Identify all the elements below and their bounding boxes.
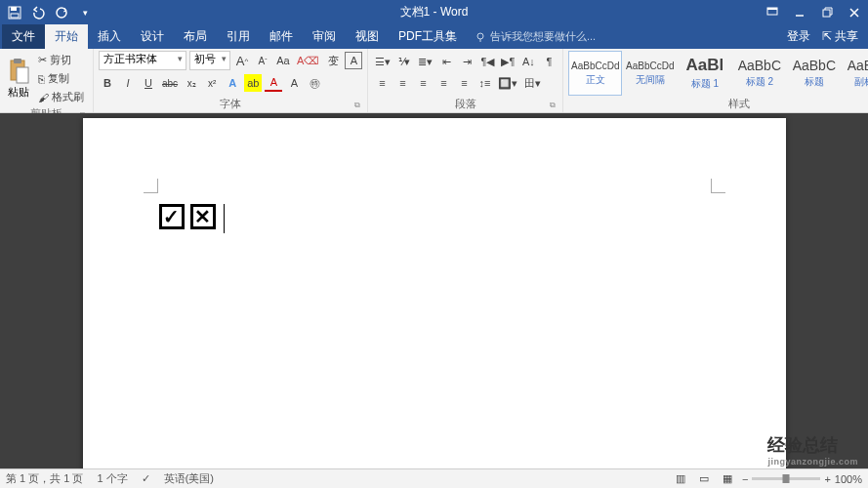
spell-check-status[interactable]: ✓ xyxy=(142,472,150,485)
styles-gallery[interactable]: AaBbCcDd正文 AaBbCcDd无间隔 AaBl标题 1 AaBbC标题 … xyxy=(568,51,868,97)
redo-button[interactable] xyxy=(51,2,72,23)
tab-layout[interactable]: 布局 xyxy=(174,24,217,49)
paragraph-label: 段落⧉ xyxy=(373,97,558,112)
style-title[interactable]: AaBbC标题 xyxy=(787,51,841,96)
decrease-indent-button[interactable]: ⇤ xyxy=(437,53,455,70)
web-layout-button[interactable]: ▦ xyxy=(719,470,736,488)
document-page[interactable]: ✓ ✕ xyxy=(83,118,786,468)
word-count[interactable]: 1 个字 xyxy=(97,471,127,486)
undo-button[interactable] xyxy=(27,2,49,23)
restore-button[interactable] xyxy=(813,0,841,24)
font-color-button[interactable]: A xyxy=(265,74,282,92)
multilevel-button[interactable]: ≣▾ xyxy=(416,53,434,70)
save-button[interactable] xyxy=(4,2,25,23)
increase-indent-button[interactable]: ⇥ xyxy=(458,53,475,70)
align-center-button[interactable]: ≡ xyxy=(393,74,411,92)
show-marks-button[interactable]: ¶ xyxy=(540,53,558,70)
tab-file[interactable]: 文件 xyxy=(2,24,45,49)
zoom-slider[interactable] xyxy=(752,477,820,480)
strike-button[interactable]: abc xyxy=(160,74,180,92)
italic-button[interactable]: I xyxy=(119,74,137,92)
highlight-button[interactable]: ab xyxy=(244,74,262,92)
style-subtitle[interactable]: AaBbC副标题 xyxy=(842,51,868,96)
font-size-select[interactable]: 初号 xyxy=(189,51,230,70)
paste-label: 粘贴 xyxy=(8,85,29,100)
font-name-select[interactable]: 方正书宋体 xyxy=(99,51,186,70)
zoom-out-button[interactable]: − xyxy=(742,473,748,485)
style-nospacing[interactable]: AaBbCcDd无间隔 xyxy=(623,51,677,96)
align-left-button[interactable]: ≡ xyxy=(373,74,391,92)
text-effects-button[interactable]: A xyxy=(224,74,241,92)
style-heading1[interactable]: AaBl标题 1 xyxy=(678,51,731,96)
char-border-button[interactable]: A xyxy=(345,52,362,69)
format-painter-button[interactable]: 🖌格式刷 xyxy=(34,88,88,106)
lightbulb-icon xyxy=(475,31,486,43)
language-status[interactable]: 英语(美国) xyxy=(164,471,214,486)
ribbon: 粘贴 ✂剪切 ⎘复制 🖌格式刷 剪贴板⧉ 方正书宋体 初号 A^ Aˇ Aa A… xyxy=(0,49,868,113)
zoom-value[interactable]: 100% xyxy=(835,473,862,485)
quick-access-toolbar: ▾ xyxy=(0,2,100,23)
shading-button[interactable]: 🔲▾ xyxy=(496,74,519,92)
paragraph-launcher[interactable]: ⧉ xyxy=(550,101,556,110)
phonetic-guide-button[interactable]: 变 xyxy=(324,52,342,69)
align-justify-button[interactable]: ≡ xyxy=(434,74,452,92)
font-launcher[interactable]: ⧉ xyxy=(354,101,360,110)
shrink-font-button[interactable]: Aˇ xyxy=(254,52,271,69)
style-normal[interactable]: AaBbCcDd正文 xyxy=(568,51,622,96)
svg-point-8 xyxy=(477,33,483,39)
signin-link[interactable]: 登录 xyxy=(787,28,810,45)
scissors-icon: ✂ xyxy=(38,54,47,66)
brush-icon: 🖌 xyxy=(38,92,49,103)
read-mode-button[interactable]: ▥ xyxy=(672,470,689,488)
document-content[interactable]: ✓ ✕ xyxy=(159,204,225,233)
align-distribute-button[interactable]: ≡ xyxy=(455,74,473,92)
borders-button[interactable]: 田▾ xyxy=(522,74,543,92)
grow-font-button[interactable]: A^ xyxy=(233,52,251,69)
tab-view[interactable]: 视图 xyxy=(346,24,389,49)
tab-review[interactable]: 审阅 xyxy=(303,24,346,49)
change-case-button[interactable]: Aa xyxy=(274,52,292,69)
sort-button[interactable]: A↓ xyxy=(519,53,537,70)
cut-button[interactable]: ✂剪切 xyxy=(34,51,88,69)
tab-insert[interactable]: 插入 xyxy=(88,24,131,49)
styles-label: 样式⧉ xyxy=(568,97,868,112)
underline-button[interactable]: U xyxy=(140,74,157,92)
ribbon-options-button[interactable] xyxy=(759,0,786,24)
tab-references[interactable]: 引用 xyxy=(217,24,260,49)
paste-button[interactable]: 粘贴 xyxy=(5,51,32,106)
account-area: 登录 ⇱共享 xyxy=(777,24,868,49)
zoom-in-button[interactable]: + xyxy=(824,473,830,485)
share-button[interactable]: ⇱共享 xyxy=(822,28,858,45)
tab-design[interactable]: 设计 xyxy=(131,24,174,49)
tab-mailings[interactable]: 邮件 xyxy=(260,24,303,49)
tell-me-search[interactable]: 告诉我您想要做什么... xyxy=(467,24,777,49)
style-heading2[interactable]: AaBbC标题 2 xyxy=(732,51,786,96)
superscript-button[interactable]: x² xyxy=(203,74,221,92)
subscript-button[interactable]: x₂ xyxy=(183,74,200,92)
svg-rect-1 xyxy=(11,7,17,11)
enclose-char-button[interactable]: ㊕ xyxy=(306,74,323,92)
window-title: 文档1 - Word xyxy=(400,4,469,20)
numbering-button[interactable]: ⅟▾ xyxy=(395,53,413,70)
copy-button[interactable]: ⎘复制 xyxy=(34,69,88,88)
text-cursor xyxy=(224,204,225,233)
qat-customize[interactable]: ▾ xyxy=(74,2,96,23)
close-button[interactable] xyxy=(841,0,868,24)
tell-me-placeholder: 告诉我您想要做什么... xyxy=(490,29,596,44)
margin-mark-tl xyxy=(144,179,158,193)
tab-home[interactable]: 开始 xyxy=(45,24,88,49)
clear-format-button[interactable]: A⌫ xyxy=(295,52,321,69)
tab-pdf[interactable]: PDF工具集 xyxy=(389,24,467,49)
line-spacing-button[interactable]: ↕≡ xyxy=(475,74,493,92)
ltr-button[interactable]: ¶◀ xyxy=(478,53,496,70)
print-layout-button[interactable]: ▭ xyxy=(695,470,713,488)
title-bar: ▾ 文档1 - Word xyxy=(0,0,868,24)
checkbox-cross-symbol: ✕ xyxy=(190,204,216,229)
rtl-button[interactable]: ▶¶ xyxy=(499,53,517,70)
bullets-button[interactable]: ☰▾ xyxy=(373,53,393,70)
char-shading-button[interactable]: A xyxy=(285,74,303,92)
bold-button[interactable]: B xyxy=(99,74,116,92)
align-right-button[interactable]: ≡ xyxy=(414,74,432,92)
page-count[interactable]: 第 1 页，共 1 页 xyxy=(6,471,83,486)
minimize-button[interactable] xyxy=(786,0,813,24)
